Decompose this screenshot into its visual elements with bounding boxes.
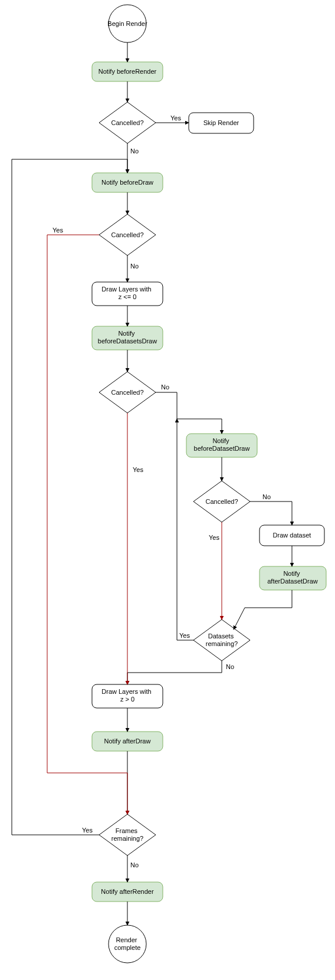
begin-render-label: Begin Render [107, 20, 147, 27]
edge-label-no-5: No [226, 663, 234, 670]
edge-label-yes-4: Yes [209, 534, 219, 541]
edge-label-no-6: No [130, 861, 139, 868]
edge-label-no-3: No [161, 384, 169, 391]
notify-before-render-label: Notify beforeRender [98, 68, 157, 75]
frames-remaining-label: Frames remaining? [111, 827, 143, 842]
notify-after-draw-label: Notify afterDraw [104, 738, 151, 745]
notify-before-draw-label: Notify beforeDraw [101, 179, 153, 186]
edge-cancelled2-yes-to-after-draw [47, 235, 127, 814]
draw-dataset-label: Draw dataset [273, 532, 311, 539]
edge-after-dataset-draw-to-datasets-remaining [234, 590, 292, 630]
edge-label-yes-1: Yes [170, 114, 181, 122]
render-complete-label: Render complete [114, 936, 141, 951]
cancelled-3-label: Cancelled? [111, 389, 143, 396]
edge-label-no-4: No [262, 493, 271, 500]
edge-label-yes-2: Yes [52, 227, 63, 234]
edge-label-yes-6: Yes [82, 827, 93, 834]
edge-datasets-remaining-no-to-draw-gt0 [127, 661, 222, 684]
edge-label-yes-5: Yes [179, 632, 190, 639]
cancelled-2-label: Cancelled? [111, 231, 143, 238]
edge-cancelled3-no-to-before-dataset-draw [156, 392, 222, 434]
edge-label-yes-3: Yes [133, 466, 143, 473]
notify-after-render-label: Notify afterRender [101, 888, 154, 895]
skip-render-label: Skip Render [203, 119, 239, 126]
datasets-remaining-label: Datasets remaining? [206, 632, 238, 647]
edge-label-no-2: No [130, 263, 139, 270]
edge-label-no-1: No [130, 148, 139, 155]
cancelled-4-label: Cancelled? [205, 498, 238, 505]
edge-cancelled4-no-to-draw-dataset [250, 502, 292, 525]
cancelled-1-label: Cancelled? [111, 119, 143, 126]
